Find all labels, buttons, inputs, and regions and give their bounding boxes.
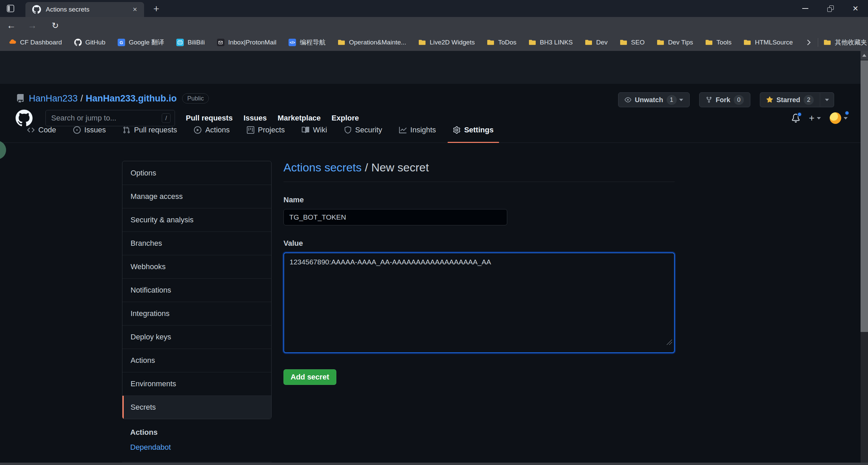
tab-wiki[interactable]: Wiki bbox=[296, 117, 333, 143]
sidebar-item-branches[interactable]: Branches bbox=[122, 231, 271, 255]
repo-action-buttons: Unwatch 1 Fork 0 Starred 2 bbox=[618, 92, 834, 107]
sidebar-item-notifications[interactable]: Notifications bbox=[122, 278, 271, 302]
repo-name-link[interactable]: HanHan233.github.io bbox=[86, 93, 177, 104]
bookmark-bilibili[interactable]: BiliBili bbox=[176, 39, 205, 46]
bookmark-github[interactable]: GitHub bbox=[74, 39, 105, 46]
repo-icon bbox=[16, 94, 25, 103]
graph-icon bbox=[399, 126, 407, 134]
bookmark-folder-htmlsource[interactable]: HTMLSource bbox=[744, 39, 793, 46]
issue-icon bbox=[73, 126, 81, 134]
bookmark-folder-seo[interactable]: SEO bbox=[620, 39, 645, 46]
folder-icon bbox=[487, 39, 494, 46]
scrollbar-up-button[interactable] bbox=[861, 51, 868, 60]
star-count: 2 bbox=[804, 95, 814, 105]
back-button[interactable]: ← bbox=[3, 17, 20, 34]
browser-tab-active[interactable]: Actions secrets × bbox=[25, 2, 144, 17]
bookmarks-right-group: 其他收藏夹 bbox=[805, 38, 868, 47]
sidebar-item-deploy-keys[interactable]: Deploy keys bbox=[122, 325, 271, 349]
repo-separator: / bbox=[80, 93, 83, 104]
gear-icon bbox=[453, 126, 460, 134]
sidebar-item-webhooks[interactable]: Webhooks bbox=[122, 255, 271, 278]
sidebar-item-security-analysis[interactable]: Security & analysis bbox=[122, 208, 271, 231]
bookmark-protonmail[interactable]: Inbox|ProtonMail bbox=[217, 39, 276, 46]
browser-toolbar: ← → ↻ https://github.com/HanHan233/HanHa… bbox=[0, 17, 868, 34]
eye-icon bbox=[625, 96, 631, 103]
secret-name-input[interactable] bbox=[283, 209, 507, 225]
sidebar-item-environments[interactable]: Environments bbox=[122, 372, 271, 395]
breadcrumb-actions-secrets-link[interactable]: Actions secrets bbox=[283, 161, 362, 174]
play-icon bbox=[194, 126, 201, 134]
tab-actions-menu-button[interactable] bbox=[5, 3, 16, 14]
repo-owner-link[interactable]: HanHan233 bbox=[29, 93, 78, 104]
add-secret-button[interactable]: Add secret bbox=[283, 369, 336, 385]
tab-projects[interactable]: Projects bbox=[241, 117, 291, 143]
bookmark-cf-dashboard[interactable]: CF Dashboard bbox=[9, 39, 62, 46]
tab-code[interactable]: Code bbox=[21, 117, 62, 143]
bookmarks-overflow-chevron-icon[interactable] bbox=[805, 39, 812, 46]
tab-settings[interactable]: Settings bbox=[447, 117, 500, 143]
tab-issues[interactable]: Issues bbox=[67, 117, 112, 143]
bookmark-folder-tools[interactable]: Tools bbox=[705, 39, 731, 46]
bookmark-google-translate[interactable]: GGoogle 翻译 bbox=[118, 38, 164, 47]
fork-icon bbox=[706, 96, 712, 103]
textarea-resize-grip[interactable] bbox=[667, 339, 672, 345]
settings-sidebar: Options Manage access Security & analysi… bbox=[122, 161, 272, 462]
folder-icon bbox=[338, 39, 345, 46]
breadcrumb-current: New secret bbox=[371, 161, 429, 174]
bookmark-other-favorites[interactable]: 其他收藏夹 bbox=[824, 38, 867, 47]
shield-icon bbox=[344, 126, 352, 134]
scrollbar-thumb[interactable] bbox=[861, 60, 868, 332]
bookmark-folder-dev[interactable]: Dev bbox=[585, 39, 608, 46]
starred-button[interactable]: Starred 2 bbox=[760, 92, 820, 107]
tab-actions-icon bbox=[7, 5, 14, 12]
page-title: Actions secrets / New secret bbox=[283, 161, 675, 182]
code-site-icon: </> bbox=[289, 39, 296, 46]
fork-count: 0 bbox=[734, 95, 744, 105]
notification-dot bbox=[797, 112, 802, 117]
settings-main: Actions secrets / New secret Name Value … bbox=[283, 161, 675, 385]
sidebar-item-integrations[interactable]: Integrations bbox=[122, 302, 271, 325]
unwatch-button[interactable]: Unwatch 1 bbox=[618, 92, 689, 107]
sidebar-item-manage-access[interactable]: Manage access bbox=[122, 185, 271, 208]
sidebar-section-header: Actions bbox=[130, 428, 272, 437]
window-close-button[interactable]: × bbox=[843, 0, 868, 17]
new-tab-button[interactable]: + bbox=[150, 3, 162, 15]
window-restore-button[interactable] bbox=[818, 0, 843, 17]
forward-button[interactable]: → bbox=[24, 17, 41, 34]
repo-tabs: Code Issues Pull requests Actions Projec… bbox=[0, 117, 868, 143]
bookmark-folder-operation[interactable]: Operation&Mainte... bbox=[338, 39, 406, 46]
bookmark-folder-live2d[interactable]: Live2D Widgets bbox=[418, 39, 475, 46]
tab-insights[interactable]: Insights bbox=[393, 117, 442, 143]
sidebar-link-dependabot[interactable]: Dependabot bbox=[130, 443, 272, 452]
bookmark-code-nav[interactable]: </>编程导航 bbox=[289, 38, 326, 47]
star-icon bbox=[766, 96, 773, 103]
sidebar-item-options[interactable]: Options bbox=[122, 161, 271, 185]
restore-icon bbox=[827, 5, 834, 12]
sidebar-item-actions[interactable]: Actions bbox=[122, 349, 271, 372]
folder-icon bbox=[824, 39, 831, 46]
tab-actions[interactable]: Actions bbox=[188, 117, 236, 143]
watch-count: 1 bbox=[667, 95, 677, 105]
bookmark-folder-devtips[interactable]: Dev Tips bbox=[657, 39, 693, 46]
fork-button[interactable]: Fork 0 bbox=[699, 92, 750, 107]
tab-close-icon[interactable]: × bbox=[131, 5, 139, 14]
window-bottom-edge bbox=[0, 463, 868, 465]
github-header: / Pull requests Issues Marketplace Explo… bbox=[0, 51, 868, 84]
folder-icon bbox=[657, 39, 664, 46]
page-scrollbar[interactable] bbox=[861, 51, 868, 463]
star-dropdown-button[interactable] bbox=[820, 92, 834, 107]
tab-security[interactable]: Security bbox=[338, 117, 388, 143]
bookmark-folder-bh3[interactable]: BH3 LINKS bbox=[529, 39, 573, 46]
refresh-button[interactable]: ↻ bbox=[47, 17, 64, 34]
secret-value-textarea[interactable]: 1234567890:AAAAA-AAAA_AA-AAAAAAAAAAAAAAA… bbox=[283, 253, 675, 353]
sidebar-item-secrets[interactable]: Secrets bbox=[122, 395, 271, 419]
window-minimize-button[interactable] bbox=[793, 0, 818, 17]
project-icon bbox=[247, 126, 254, 134]
minimize-icon bbox=[802, 8, 808, 9]
github-icon bbox=[74, 39, 82, 46]
tab-pull-requests[interactable]: Pull requests bbox=[117, 117, 183, 143]
folder-icon bbox=[744, 39, 751, 46]
floating-widget-button[interactable] bbox=[0, 141, 6, 160]
bookmark-folder-todos[interactable]: ToDos bbox=[487, 39, 516, 46]
name-label: Name bbox=[283, 196, 675, 204]
